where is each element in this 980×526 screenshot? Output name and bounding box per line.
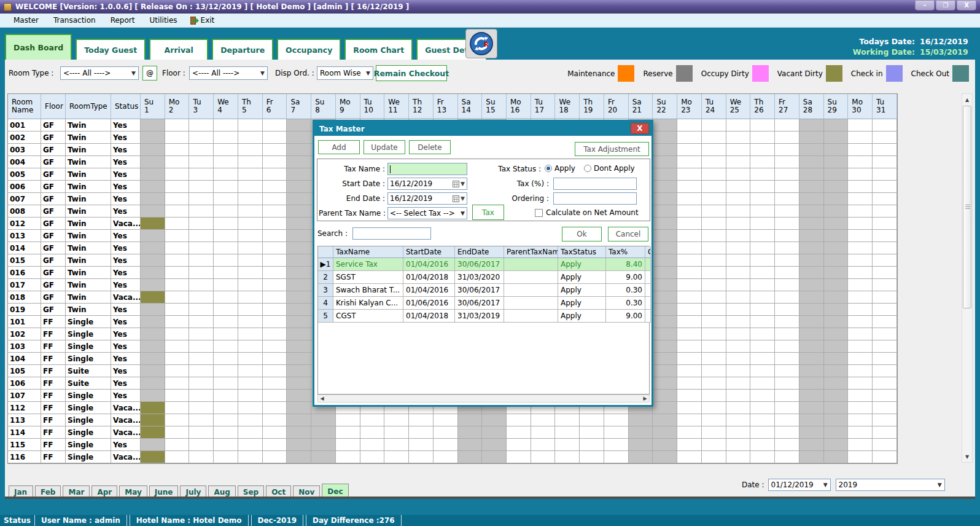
day-cell[interactable] — [214, 390, 238, 402]
day-cell[interactable] — [214, 119, 238, 132]
day-cell[interactable] — [726, 414, 751, 426]
day-cell[interactable] — [555, 451, 580, 463]
day-cell[interactable] — [141, 156, 165, 168]
day-cell[interactable] — [775, 340, 799, 353]
day-cell[interactable] — [214, 316, 238, 328]
day-cell[interactable] — [458, 414, 483, 426]
day-cell[interactable] — [238, 304, 263, 316]
search-input[interactable] — [352, 227, 431, 240]
day-cell[interactable] — [238, 119, 263, 132]
day-cell[interactable] — [873, 205, 897, 218]
add-button[interactable]: Add — [318, 140, 360, 154]
day-cell[interactable] — [141, 144, 165, 156]
day-cell[interactable] — [677, 156, 702, 168]
day-cell[interactable] — [848, 426, 873, 439]
day-cell[interactable] — [189, 451, 214, 463]
day-cell[interactable] — [726, 119, 751, 132]
day-cell[interactable] — [726, 291, 751, 304]
day-cell[interactable] — [287, 168, 311, 181]
dialog-horizontal-scrollbar[interactable]: ◀ ▶ — [317, 394, 650, 402]
day-cell[interactable] — [702, 181, 726, 193]
day-cell[interactable] — [604, 439, 629, 451]
day-cell[interactable] — [677, 291, 702, 304]
day-cell[interactable] — [873, 390, 897, 402]
day-cell[interactable] — [311, 426, 336, 439]
day-cell[interactable] — [189, 340, 214, 353]
day-cell[interactable] — [141, 402, 165, 414]
day-cell[interactable] — [750, 402, 775, 414]
day-cell[interactable] — [775, 365, 799, 377]
day-cell[interactable] — [750, 218, 775, 230]
day-cell[interactable] — [677, 439, 702, 451]
day-cell[interactable] — [677, 279, 702, 291]
day-cell[interactable] — [555, 414, 580, 426]
day-cell[interactable] — [848, 168, 873, 181]
day-cell[interactable] — [189, 242, 214, 254]
day-cell[interactable] — [263, 242, 287, 254]
day-cell[interactable] — [848, 402, 873, 414]
day-cell[interactable] — [360, 426, 385, 439]
day-cell[interactable] — [726, 439, 751, 451]
day-cell[interactable] — [263, 168, 287, 181]
day-cell[interactable] — [141, 168, 165, 181]
chevron-down-icon[interactable]: ▼ — [461, 195, 465, 202]
day-cell[interactable] — [165, 279, 190, 291]
day-cell[interactable] — [653, 132, 677, 144]
day-cell[interactable] — [531, 451, 556, 463]
day-cell[interactable] — [214, 451, 238, 463]
day-cell[interactable] — [165, 377, 190, 390]
day-cell[interactable] — [287, 218, 311, 230]
day-cell[interactable] — [629, 451, 653, 463]
day-cell[interactable] — [848, 119, 873, 132]
day-cell[interactable] — [677, 451, 702, 463]
day-cell[interactable] — [873, 168, 897, 181]
chevron-down-icon[interactable]: ▼ — [461, 181, 465, 187]
vertical-scrollbar[interactable]: ▲ ▼ — [962, 93, 973, 463]
day-cell[interactable] — [214, 402, 238, 414]
day-cell[interactable] — [287, 328, 311, 340]
day-cell[interactable] — [482, 439, 507, 451]
day-cell[interactable] — [750, 230, 775, 242]
day-cell[interactable] — [775, 205, 799, 218]
day-cell[interactable] — [141, 205, 165, 218]
day-cell[interactable] — [677, 426, 702, 439]
day-cell[interactable] — [873, 291, 897, 304]
day-cell[interactable] — [677, 230, 702, 242]
day-cell[interactable] — [726, 144, 751, 156]
day-cell[interactable] — [750, 156, 775, 168]
day-cell[interactable] — [702, 439, 726, 451]
day-cell[interactable] — [873, 144, 897, 156]
day-cell[interactable] — [750, 451, 775, 463]
day-cell[interactable] — [165, 304, 190, 316]
day-cell[interactable] — [287, 426, 311, 439]
day-cell[interactable] — [775, 426, 799, 439]
day-cell[interactable] — [799, 230, 824, 242]
day-cell[interactable] — [702, 193, 726, 205]
day-cell[interactable] — [873, 254, 897, 267]
day-cell[interactable] — [653, 291, 677, 304]
day-cell[interactable] — [189, 377, 214, 390]
day-cell[interactable] — [702, 353, 726, 365]
day-cell[interactable] — [384, 414, 409, 426]
day-cell[interactable] — [214, 365, 238, 377]
day-cell[interactable] — [750, 254, 775, 267]
day-cell[interactable] — [873, 242, 897, 254]
day-cell[interactable] — [702, 304, 726, 316]
day-cell[interactable] — [653, 218, 677, 230]
day-cell[interactable] — [165, 119, 190, 132]
day-cell[interactable] — [311, 439, 336, 451]
day-cell[interactable] — [799, 414, 824, 426]
day-cell[interactable] — [702, 328, 726, 340]
day-cell[interactable] — [848, 254, 873, 267]
day-cell[interactable] — [677, 316, 702, 328]
day-cell[interactable] — [824, 451, 849, 463]
day-cell[interactable] — [799, 402, 824, 414]
day-cell[interactable] — [141, 254, 165, 267]
day-cell[interactable] — [848, 365, 873, 377]
day-cell[interactable] — [189, 439, 214, 451]
day-cell[interactable] — [141, 390, 165, 402]
tax-pct-input[interactable] — [553, 178, 637, 190]
day-cell[interactable] — [165, 340, 190, 353]
bottom-date-select[interactable]: 01/12/2019▼ — [768, 479, 831, 491]
day-cell[interactable] — [434, 426, 458, 439]
